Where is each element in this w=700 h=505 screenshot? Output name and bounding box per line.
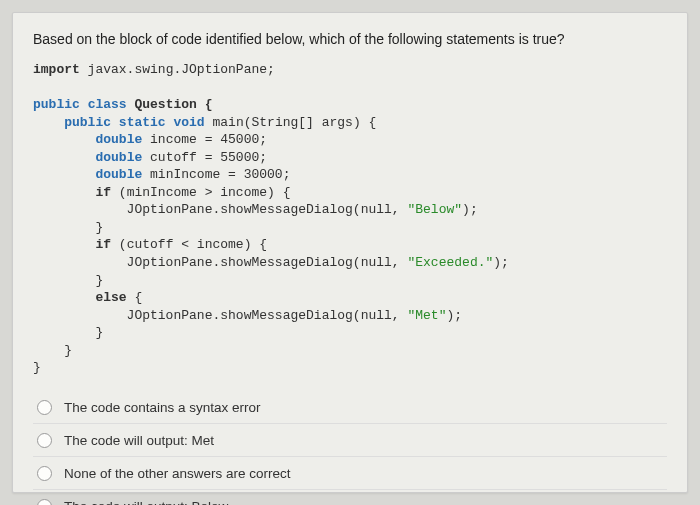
kw-if: if <box>95 237 111 252</box>
radio-icon[interactable] <box>37 499 52 505</box>
code-block: import javax.swing.JOptionPane; public c… <box>33 61 667 377</box>
answer-options: The code contains a syntax error The cod… <box>33 391 667 505</box>
kw-public: public <box>64 115 111 130</box>
kw-static: static <box>119 115 166 130</box>
code-text: minIncome = 30000; <box>142 167 290 182</box>
code-text: ); <box>462 202 478 217</box>
code-text: income = 45000; <box>142 132 267 147</box>
code-text: JOptionPane.showMessageDialog(null, <box>33 255 407 270</box>
kw-else: else <box>95 290 126 305</box>
kw-void: void <box>173 115 204 130</box>
code-text: } <box>33 343 72 358</box>
kw-public: public <box>33 97 80 112</box>
code-text: ); <box>446 308 462 323</box>
option-row[interactable]: The code will output: Below <box>33 489 667 505</box>
code-text: JOptionPane.showMessageDialog(null, <box>33 202 407 217</box>
option-label: The code will output: Below <box>64 499 228 505</box>
code-text: main(String[] args) { <box>205 115 377 130</box>
option-label: None of the other answers are correct <box>64 466 291 481</box>
kw-import: import <box>33 62 80 77</box>
string-literal: "Below" <box>407 202 462 217</box>
code-text: (minIncome > income) { <box>111 185 290 200</box>
code-text: Question { <box>127 97 213 112</box>
code-text: (cutoff < income) { <box>111 237 267 252</box>
code-text: } <box>33 220 103 235</box>
option-row[interactable]: The code contains a syntax error <box>33 391 667 423</box>
code-text: } <box>33 360 41 375</box>
kw-class: class <box>88 97 127 112</box>
code-text: } <box>33 273 103 288</box>
option-row[interactable]: None of the other answers are correct <box>33 456 667 489</box>
option-label: The code contains a syntax error <box>64 400 261 415</box>
option-row[interactable]: The code will output: Met <box>33 423 667 456</box>
string-literal: "Exceeded." <box>407 255 493 270</box>
kw-if: if <box>95 185 111 200</box>
option-label: The code will output: Met <box>64 433 214 448</box>
code-text: cutoff = 55000; <box>142 150 267 165</box>
question-card: Based on the block of code identified be… <box>12 12 688 493</box>
radio-icon[interactable] <box>37 433 52 448</box>
code-text: JOptionPane.showMessageDialog(null, <box>33 308 407 323</box>
kw-double: double <box>95 167 142 182</box>
code-text: } <box>33 325 103 340</box>
radio-icon[interactable] <box>37 466 52 481</box>
code-text: { <box>127 290 143 305</box>
code-text: javax.swing.JOptionPane; <box>80 62 275 77</box>
code-text: ); <box>493 255 509 270</box>
string-literal: "Met" <box>407 308 446 323</box>
kw-double: double <box>95 132 142 147</box>
radio-icon[interactable] <box>37 400 52 415</box>
question-prompt: Based on the block of code identified be… <box>33 31 667 47</box>
kw-double: double <box>95 150 142 165</box>
